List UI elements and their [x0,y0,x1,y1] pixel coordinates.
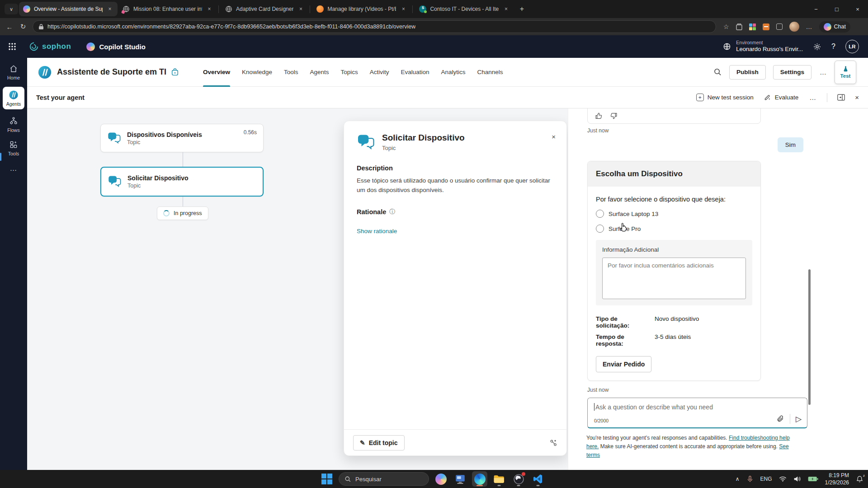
browser-more-icon[interactable]: … [806,23,812,30]
topic-checker-icon[interactable] [549,439,557,447]
tab-list-chevron-icon[interactable]: ∨ [5,4,18,14]
favorites-star-icon[interactable]: ☆ [723,23,729,30]
tab-topics[interactable]: Topics [335,58,363,87]
device-option-row[interactable]: Surface Laptop 13 [596,210,752,218]
submit-request-button[interactable]: Enviar Pedido [596,356,651,372]
browser-tab-adaptive-card[interactable]: Adaptive Card Designer × [221,2,308,16]
microphone-icon[interactable] [746,475,754,483]
thumbs-down-icon[interactable] [610,112,618,120]
search-icon[interactable] [713,68,722,76]
start-button[interactable] [319,471,335,487]
url-field[interactable]: https://copilotstudio.microsoft.com/envi… [33,20,716,33]
info-icon[interactable]: ⓘ [389,208,395,216]
close-test-panel-icon[interactable]: × [855,94,859,101]
tab-close-icon[interactable]: × [400,5,407,13]
taskbar-system-icon[interactable] [453,471,468,487]
tab-title: Contoso IT - Devices - All Items [430,6,499,12]
additional-info-textarea[interactable] [602,258,746,299]
library-favicon [316,5,324,13]
org-logo[interactable]: sophon [29,42,71,52]
browser-tab-contoso-it[interactable]: Contoso IT - Devices - All Items × [415,2,514,16]
taskbar-vscode-icon[interactable] [530,471,546,487]
taskbar-edge-icon[interactable] [472,471,487,487]
browser-tab-mission[interactable]: Mission 08: Enhance user inter × [118,2,217,16]
waffle-menu-icon[interactable] [8,42,16,51]
tab-close-icon[interactable]: × [206,5,213,13]
settings-gear-icon[interactable] [813,42,821,51]
extension-designer-icon[interactable] [749,23,756,30]
tab-agents[interactable]: Agents [304,58,335,87]
taskbar-search[interactable]: Pesquisar [339,472,429,486]
test-more-icon[interactable]: … [808,94,817,101]
tab-knowledge[interactable]: Knowledge [236,58,278,87]
taskbar-clock[interactable]: 8:19 PM 1/29/2026 [825,472,849,486]
settings-button[interactable]: Settings [773,65,811,80]
volume-icon[interactable] [793,476,801,482]
activity-map-canvas[interactable]: Dispositivos Disponíveis Topic 0.56s Sol… [27,108,568,470]
tab-evaluation[interactable]: Evaluation [395,58,435,87]
agent-nav-tabs: Overview Knowledge Tools Agents Topics A… [197,58,509,87]
sidebar-more-icon[interactable]: … [0,164,27,173]
topic-node-solicitar-dispositivo[interactable]: Solicitar Dispositivo Topic [100,167,264,197]
taskbar-file-explorer-icon[interactable] [491,471,507,487]
wifi-icon[interactable] [779,476,787,482]
sidebar-item-tools[interactable]: Tools [0,140,27,156]
tab-channels[interactable]: Channels [472,58,509,87]
environment-picker[interactable]: Environment Leonardo Russo's Envir... [722,40,803,53]
close-detail-panel-icon[interactable]: × [552,133,556,141]
taskbar-obs-icon[interactable] [511,471,526,487]
browser-tab-manage-library[interactable]: Manage library (Videos - Pt/Br) - L × [312,2,411,16]
chat-input[interactable]: Ask a question or describe what you need… [587,398,807,428]
language-indicator[interactable]: ENG [760,476,772,482]
tab-tools[interactable]: Tools [278,58,304,87]
attachment-icon[interactable] [776,415,784,423]
tray-chevron-icon[interactable]: ∧ [736,476,740,482]
description-text: Esse tópico será utilizado quando o usuá… [357,176,554,195]
browser-tab-bar: ∨ Overview - Assistente de Suporte × Mis… [0,0,868,18]
refresh-icon[interactable]: ↻ [16,23,30,31]
help-icon[interactable]: ? [831,42,835,51]
notification-bell-icon[interactable]: z [856,475,863,483]
new-test-session-button[interactable]: + New test session [696,94,754,101]
window-maximize-button[interactable]: □ [826,0,847,18]
test-button[interactable]: Test [835,61,856,84]
window-minimize-button[interactable]: − [806,0,826,18]
tab-activity[interactable]: Activity [364,58,395,87]
tab-overview[interactable]: Overview [197,58,236,87]
browser-profile-avatar[interactable] [789,22,799,32]
user-avatar[interactable]: LR [845,40,859,53]
browser-tab-overview[interactable]: Overview - Assistente de Suporte × [19,2,118,16]
taskbar-copilot-icon[interactable] [433,471,448,487]
sidebar-item-label: Agents [6,101,21,107]
tab-analytics[interactable]: Analytics [435,58,472,87]
extension-outline-icon[interactable] [776,23,783,30]
sidebar-item-home[interactable]: Home [0,64,27,80]
topic-icon [108,174,122,189]
topic-node-dispositivos-disponiveis[interactable]: Dispositivos Disponíveis Topic 0.56s [100,124,264,152]
back-icon[interactable]: ← [3,23,16,31]
evaluate-button[interactable]: Evaluate [764,94,799,101]
tab-close-icon[interactable]: × [106,5,113,13]
tab-close-icon[interactable]: × [502,5,509,13]
radio-button[interactable] [596,225,604,233]
show-rationale-link[interactable]: Show rationale [357,228,397,235]
send-icon[interactable]: ▷ [796,414,802,424]
sidebar-item-flows[interactable]: Flows [0,117,27,133]
product-logo[interactable]: Copilot Studio [86,42,145,51]
new-tab-button[interactable]: + [515,3,528,15]
thumbs-up-icon[interactable] [595,112,603,120]
collections-icon[interactable] [736,23,742,30]
dock-panel-icon[interactable] [837,94,845,101]
chat-scrollbar[interactable] [808,269,811,405]
publish-button[interactable]: Publish [729,65,766,80]
extension-clipboard-icon[interactable] [763,23,769,30]
radio-button[interactable] [596,210,604,218]
sidebar-item-agents[interactable]: Agents [3,87,24,109]
edit-topic-button[interactable]: ✎ Edit topic [353,435,405,450]
agent-more-icon[interactable]: … [819,68,827,76]
battery-icon[interactable] [808,476,818,482]
copilot-chat-button[interactable]: Chat [819,21,850,33]
globe-favicon [225,5,232,13]
window-close-button[interactable]: × [847,0,868,18]
tab-close-icon[interactable]: × [297,5,304,13]
